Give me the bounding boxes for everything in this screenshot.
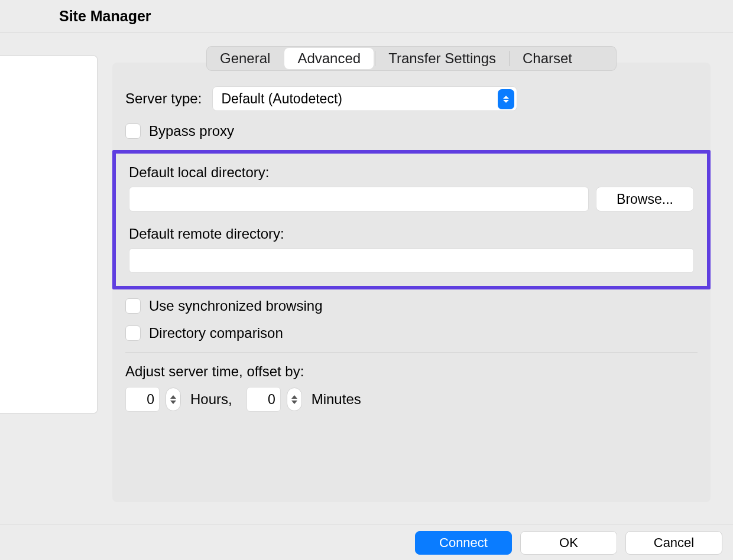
chevron-up-icon xyxy=(170,395,176,399)
sync-browsing-row: Use synchronized browsing xyxy=(125,298,698,314)
dir-compare-checkbox[interactable] xyxy=(125,325,141,341)
dir-compare-row: Directory comparison xyxy=(125,325,698,341)
server-type-value: Default (Autodetect) xyxy=(221,91,342,107)
tab-bar: General Advanced Transfer Settings Chars… xyxy=(206,46,617,71)
local-dir-row: Browse... xyxy=(129,187,694,211)
remote-dir-row xyxy=(129,248,694,273)
connect-button[interactable]: Connect xyxy=(415,531,512,555)
minutes-stepper[interactable] xyxy=(287,388,302,411)
remote-dir-input[interactable] xyxy=(129,248,694,273)
dialog-footer: Connect OK Cancel xyxy=(0,525,733,560)
default-directories-highlight: Default local directory: Browse... Defau… xyxy=(112,150,711,289)
local-dir-label: Default local directory: xyxy=(129,164,694,181)
hours-stepper[interactable] xyxy=(166,388,181,411)
sync-browsing-label: Use synchronized browsing xyxy=(149,298,322,314)
server-type-label: Server type: xyxy=(125,90,202,107)
cancel-button[interactable]: Cancel xyxy=(625,531,722,555)
chevron-down-icon xyxy=(170,401,176,404)
advanced-form: Server type: Default (Autodetect) Bypass… xyxy=(125,86,698,412)
section-divider xyxy=(125,352,698,353)
tab-transfer-settings[interactable]: Transfer Settings xyxy=(375,47,509,70)
offset-label: Adjust server time, offset by: xyxy=(125,363,698,380)
bypass-proxy-label: Bypass proxy xyxy=(149,123,234,139)
select-stepper-icon xyxy=(498,89,514,109)
title-bar: Site Manager xyxy=(0,0,733,33)
offset-row: 0 Hours, 0 Minutes xyxy=(125,387,698,412)
window-title: Site Manager xyxy=(59,8,151,25)
site-list-panel[interactable] xyxy=(0,56,98,414)
settings-panel: General Advanced Transfer Settings Chars… xyxy=(112,63,711,502)
dir-compare-label: Directory comparison xyxy=(149,325,283,341)
hours-label: Hours, xyxy=(190,391,232,408)
browse-button[interactable]: Browse... xyxy=(596,187,694,211)
tab-charset[interactable]: Charset xyxy=(510,47,585,70)
remote-dir-label: Default remote directory: xyxy=(129,226,694,242)
chevron-down-icon xyxy=(503,100,509,103)
local-dir-input[interactable] xyxy=(129,187,589,211)
dialog-body: General Advanced Transfer Settings Chars… xyxy=(0,33,733,525)
bypass-proxy-checkbox[interactable] xyxy=(125,123,141,139)
chevron-up-icon xyxy=(503,96,509,99)
sync-browsing-checkbox[interactable] xyxy=(125,298,141,314)
bypass-proxy-row: Bypass proxy xyxy=(125,123,698,139)
server-type-row: Server type: Default (Autodetect) xyxy=(125,86,698,111)
tab-advanced[interactable]: Advanced xyxy=(284,48,374,69)
tab-general[interactable]: General xyxy=(207,47,283,70)
hours-input[interactable]: 0 xyxy=(125,387,160,412)
minutes-label: Minutes xyxy=(312,391,361,408)
ok-button[interactable]: OK xyxy=(520,531,617,555)
chevron-down-icon xyxy=(291,401,297,404)
minutes-input[interactable]: 0 xyxy=(247,387,281,412)
server-type-select[interactable]: Default (Autodetect) xyxy=(212,86,517,111)
chevron-up-icon xyxy=(291,395,297,399)
